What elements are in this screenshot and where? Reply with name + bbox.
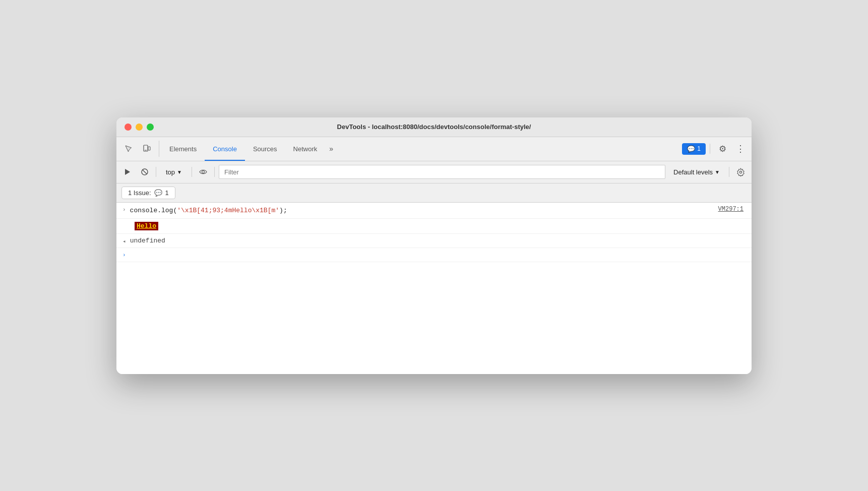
svg-point-6 (202, 171, 204, 173)
undefined-entry: ◂ undefined (116, 234, 752, 248)
issues-bar: 1 Issue: 💬 1 (116, 183, 752, 203)
tab-console[interactable]: Console (205, 137, 245, 161)
inspect-element-button[interactable] (120, 141, 137, 157)
svg-line-5 (143, 170, 147, 174)
clear-console-button[interactable] (120, 165, 135, 179)
close-button[interactable] (125, 124, 132, 131)
more-tabs-button[interactable]: » (325, 143, 337, 155)
minimize-button[interactable] (136, 124, 143, 131)
more-options-button[interactable]: ⋮ (733, 141, 748, 157)
maximize-button[interactable] (147, 124, 154, 131)
expand-arrow-icon[interactable]: › (122, 207, 126, 213)
main-tabs: Elements Console Sources Network » (161, 137, 678, 161)
tabbar: Elements Console Sources Network » 💬 1 ⚙ (116, 137, 752, 161)
svg-marker-3 (125, 169, 130, 175)
toolbar-divider-2 (192, 167, 192, 177)
filter-input[interactable] (219, 165, 665, 179)
block-icon-button[interactable] (138, 165, 152, 179)
issue-count: 1 (165, 189, 169, 197)
devtools-window: DevTools - localhost:8080/docs/devtools/… (116, 117, 752, 374)
return-arrow-icon: ◂ (122, 238, 126, 244)
issue-chip-button[interactable]: 1 Issue: 💬 1 (121, 187, 175, 199)
tabbar-divider (710, 144, 710, 154)
issue-chat-icon: 💬 (154, 189, 162, 197)
device-toggle-button[interactable] (139, 141, 155, 157)
hello-output-entry: Hello (116, 219, 752, 234)
dots-icon: ⋮ (736, 143, 745, 154)
play-icon (123, 168, 132, 176)
issues-count: 1 (697, 145, 701, 152)
block-icon (141, 168, 149, 176)
dropdown-arrow-icon: ▼ (177, 169, 182, 175)
code-suffix: ); (279, 207, 287, 214)
console-toolbar: top ▼ Default levels ▼ (116, 161, 752, 183)
traffic-lights (125, 124, 154, 131)
chat-icon: 💬 (687, 145, 695, 153)
code-prefix: console.log( (130, 207, 177, 214)
toolbar-divider-3 (214, 167, 215, 177)
gear-icon: ⚙ (719, 144, 726, 154)
device-icon (143, 145, 151, 153)
issues-badge-button[interactable]: 💬 1 (682, 143, 706, 155)
toolbar-divider-4 (729, 167, 729, 177)
tab-sources[interactable]: Sources (245, 137, 285, 161)
code-string: '\x1B[41;93;4mHello\x1B[m' (177, 207, 279, 214)
default-levels-button[interactable]: Default levels ▼ (668, 166, 725, 178)
tab-elements[interactable]: Elements (161, 137, 205, 161)
tabbar-right-actions: 💬 1 ⚙ ⋮ (678, 141, 748, 157)
issue-text: 1 Issue: (128, 189, 151, 197)
toolbar-icons (120, 141, 159, 157)
context-selector-button[interactable]: top ▼ (160, 166, 188, 178)
console-log-entry: › console.log('\x1B[41;93;4mHello\x1B[m'… (116, 203, 752, 219)
default-levels-label: Default levels (673, 168, 713, 176)
console-settings-button[interactable] (733, 165, 748, 179)
console-code-line: console.log('\x1B[41;93;4mHello\x1B[m'); (130, 206, 746, 216)
hello-styled-output: Hello (135, 222, 158, 230)
console-gear-icon (736, 168, 745, 176)
undefined-text: undefined (130, 237, 165, 244)
toolbar-divider-1 (156, 167, 156, 177)
devtools-settings-button[interactable]: ⚙ (714, 141, 730, 157)
console-prompt[interactable]: › (116, 248, 752, 262)
context-label: top (166, 168, 175, 176)
console-content: › console.log('\x1B[41;93;4mHello\x1B[m'… (116, 203, 752, 374)
tab-network[interactable]: Network (285, 137, 326, 161)
eye-icon (199, 168, 207, 176)
levels-arrow-icon: ▼ (715, 169, 720, 175)
titlebar: DevTools - localhost:8080/docs/devtools/… (116, 117, 752, 137)
cursor-icon (125, 145, 133, 153)
svg-rect-1 (148, 147, 150, 150)
window-title: DevTools - localhost:8080/docs/devtools/… (337, 123, 531, 131)
eye-icon-button[interactable] (196, 165, 210, 179)
vm-link[interactable]: VM297:1 (718, 206, 743, 213)
prompt-arrow-icon: › (122, 252, 126, 258)
